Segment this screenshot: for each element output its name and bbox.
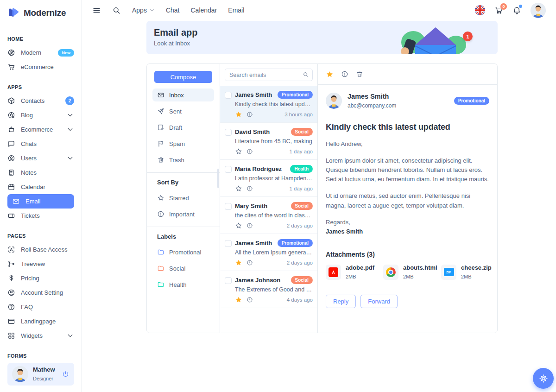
cart-button[interactable]: 0 <box>494 6 503 15</box>
label-promotional[interactable]: Promotional <box>152 246 214 259</box>
email-list-item[interactable]: Maria Rodriguez Health Latin professor a… <box>220 160 317 197</box>
sidebar-item-label: Blog <box>21 112 61 119</box>
mail-icon <box>12 197 20 205</box>
compose-button[interactable]: Compose <box>154 71 212 83</box>
sidebar-item-contacts[interactable]: Contacts 2 <box>4 94 78 108</box>
email-checkbox[interactable] <box>225 203 232 210</box>
star-icon[interactable] <box>235 222 242 229</box>
package-icon <box>7 97 15 105</box>
sidebar-item-label: Email <box>25 198 70 205</box>
search-button[interactable] <box>112 6 121 15</box>
nav-apps[interactable]: Apps <box>132 6 155 14</box>
alert-circle-icon[interactable] <box>246 148 253 155</box>
delete-button[interactable] <box>356 70 363 78</box>
sidebar-item-email[interactable]: Email <box>7 194 74 209</box>
search-input[interactable] <box>225 69 313 81</box>
sidebar-item-notes[interactable]: Notes <box>4 165 78 180</box>
folder-spam[interactable]: Spam <box>152 137 214 150</box>
attachment-item[interactable]: adobe.pdf 2MB <box>326 264 374 280</box>
label-social[interactable]: Social <box>152 262 214 275</box>
nav-email[interactable]: Email <box>228 6 244 14</box>
filter-starred[interactable]: Starred <box>152 191 214 204</box>
star-icon[interactable] <box>235 185 242 192</box>
important-button[interactable] <box>341 70 348 78</box>
profile-name: Mathew <box>33 366 55 373</box>
notifications-button[interactable] <box>512 6 521 15</box>
logout-button[interactable] <box>62 370 70 378</box>
star-icon[interactable] <box>235 111 242 118</box>
sidebar-item-treeview[interactable]: Treeview <box>4 257 78 271</box>
sidebar-item-ecommerce-apps[interactable]: Ecommerce <box>4 122 78 137</box>
section-title-apps: APPS <box>7 84 74 90</box>
email-snippet: Literature from 45 BC, making <box>235 138 313 145</box>
scrollbar-thumb[interactable] <box>217 169 219 188</box>
filter-important[interactable]: Important <box>152 208 214 221</box>
label-health[interactable]: Health <box>152 278 214 291</box>
folder-sent[interactable]: Sent <box>152 105 214 118</box>
sidebar-item-faq[interactable]: FAQ <box>4 300 78 314</box>
sender-name: James Smith <box>348 92 396 101</box>
email-checkbox[interactable] <box>225 277 232 284</box>
sidebar-item-label: Contacts <box>21 97 60 104</box>
folder-label: Spam <box>169 140 185 147</box>
email-checkbox[interactable] <box>225 92 232 99</box>
sidebar-item-ecommerce-home[interactable]: eCommerce <box>4 60 78 74</box>
sidebar-item-widgets[interactable]: Widgets <box>4 329 78 343</box>
folder-draft[interactable]: Draft <box>152 121 214 134</box>
sidebar-item-blog[interactable]: Blog <box>4 108 78 122</box>
language-button[interactable] <box>475 5 485 15</box>
sidebar-item-landingpage[interactable]: Landingpage <box>4 314 78 329</box>
alert-circle-icon[interactable] <box>246 259 253 266</box>
alert-circle-icon[interactable] <box>246 297 253 303</box>
email-time: 1 day ago <box>289 149 313 154</box>
nav-chat[interactable]: Chat <box>166 6 180 14</box>
alert-circle-icon[interactable] <box>246 111 253 118</box>
sidebar-item-account-setting[interactable]: Account Setting <box>4 285 78 300</box>
filter-label: Starred <box>169 195 189 202</box>
sidebar-item-modern[interactable]: Modern New <box>4 45 78 60</box>
email-checkbox[interactable] <box>225 166 232 173</box>
alert-circle-icon[interactable] <box>246 185 253 192</box>
sidebar-item-users[interactable]: Users <box>4 151 78 165</box>
email-detail-toolbar <box>318 64 497 85</box>
settings-fab-button[interactable] <box>533 368 554 389</box>
sidebar-item-label: Modern <box>21 49 52 56</box>
email-snippet: the cites of the word in classi... <box>235 212 313 219</box>
sidebar-item-pricing[interactable]: Pricing <box>4 271 78 285</box>
star-icon[interactable] <box>235 296 242 303</box>
attachment-size: 2MB <box>461 274 472 279</box>
email-paragraph: Ut id ornare metus, sed auctor enim. Pel… <box>326 191 489 210</box>
app-window-icon <box>7 317 15 325</box>
email-checkbox[interactable] <box>225 129 232 136</box>
email-checkbox[interactable] <box>225 240 232 247</box>
email-list-item[interactable]: Mary Smith Social the cites of the word … <box>220 197 317 234</box>
sidebar-item-tickets[interactable]: Tickets <box>4 209 78 223</box>
email-list-item[interactable]: David Smith Social Literature from 45 BC… <box>220 123 317 160</box>
notification-dot <box>519 5 522 8</box>
attachment-name: cheese.zip <box>461 264 492 272</box>
email-list-item[interactable]: James Johnson Social The Extremes of Goo… <box>220 271 317 308</box>
forward-button[interactable]: Forward <box>360 295 398 308</box>
sidebar-item-chats[interactable]: Chats <box>4 137 78 151</box>
folder-inbox[interactable]: Inbox <box>152 89 214 101</box>
star-icon[interactable] <box>235 148 242 155</box>
sidebar-item-calendar[interactable]: Calendar <box>4 180 78 194</box>
email-from: James Johnson <box>235 277 288 284</box>
attachment-item[interactable]: ZIP cheese.zip 2MB <box>441 264 489 280</box>
reply-button[interactable]: Reply <box>326 295 356 308</box>
nav-calendar[interactable]: Calendar <box>191 6 217 14</box>
calendar-icon <box>7 183 15 191</box>
email-list-item[interactable]: James Smith Promotional Kindly check thi… <box>220 86 317 123</box>
email-list-item[interactable]: James Smith Promotional All the Lorem Ip… <box>220 234 317 271</box>
folder-trash[interactable]: Trash <box>152 153 214 166</box>
star-icon[interactable] <box>235 259 242 266</box>
user-avatar-button[interactable] <box>531 3 546 18</box>
menu-toggle-button[interactable] <box>92 6 101 15</box>
attachment-item[interactable]: abouts.html 2MB <box>383 264 432 280</box>
star-icon[interactable] <box>326 70 334 78</box>
email-snippet: All the Lorem Ipsum generato... <box>235 249 313 256</box>
sidebar-profile[interactable]: Mathew Designer <box>7 363 74 386</box>
brand-logo[interactable]: Modernize <box>7 0 74 26</box>
sidebar-item-roll-base-access[interactable]: Roll Base Access <box>4 242 78 257</box>
alert-circle-icon[interactable] <box>246 222 253 229</box>
